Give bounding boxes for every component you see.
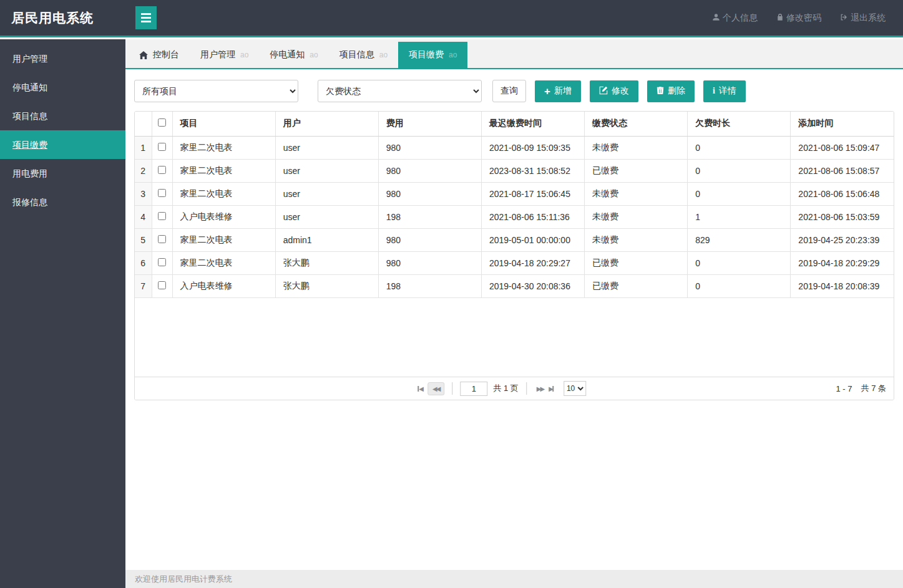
- table-row: 2家里二次电表user9802023-08-31 15:08:52已缴费0202…: [135, 159, 894, 182]
- sidebar-item[interactable]: 项目缴费: [0, 130, 125, 159]
- row-checkbox[interactable]: [158, 189, 166, 197]
- tab-label: 项目信息: [339, 49, 374, 60]
- tab-close-icon[interactable]: ao: [240, 51, 248, 59]
- tab-close-icon[interactable]: ao: [379, 51, 388, 59]
- row-number: 7: [135, 274, 152, 297]
- sidebar-item[interactable]: 报修信息: [0, 188, 125, 216]
- table-cell: admin1: [275, 228, 378, 251]
- table-cell: 未缴费: [585, 228, 688, 251]
- sidebar-item[interactable]: 用电费用: [0, 159, 125, 188]
- header-checkbox-cell: [152, 112, 172, 136]
- trash-icon: [657, 86, 664, 97]
- table-cell: 家里二次电表: [172, 182, 275, 205]
- table-cell: 0: [688, 274, 791, 297]
- delete-button[interactable]: 删除: [647, 80, 695, 102]
- sidebar-item[interactable]: 停电通知: [0, 73, 125, 102]
- home-icon: [139, 51, 148, 59]
- column-header: 用户: [275, 112, 378, 136]
- total-records-label: 共 7 条: [861, 383, 886, 394]
- table-cell: 2019-04-18 20:29:27: [481, 251, 584, 274]
- detail-button[interactable]: i 详情: [703, 80, 746, 102]
- page-size-select[interactable]: 10: [564, 381, 586, 396]
- table-cell: 2021-08-06 15:11:36: [481, 205, 584, 228]
- status-filter-select[interactable]: 欠费状态: [318, 80, 482, 102]
- tab[interactable]: 项目信息ao: [329, 42, 398, 68]
- row-checkbox[interactable]: [158, 258, 166, 266]
- table-cell: 2021-08-17 15:06:45: [481, 182, 584, 205]
- logout-icon: [840, 13, 848, 23]
- row-number: 6: [135, 251, 152, 274]
- add-button[interactable]: + 新增: [535, 80, 581, 102]
- column-header: 缴费状态: [585, 112, 688, 136]
- row-checkbox[interactable]: [158, 143, 166, 151]
- tab-close-icon[interactable]: ao: [310, 51, 318, 59]
- project-filter-select[interactable]: 所有项目: [134, 80, 298, 102]
- app-title: 居民用电系统: [0, 9, 125, 27]
- select-all-checkbox[interactable]: [158, 118, 166, 127]
- table-cell: user: [275, 159, 378, 182]
- table-cell: user: [275, 182, 378, 205]
- table-row: 5家里二次电表admin19802019-05-01 00:00:00未缴费82…: [135, 228, 894, 251]
- row-checkbox[interactable]: [158, 235, 166, 243]
- menu-toggle-button[interactable]: [135, 6, 157, 29]
- row-number: 4: [135, 205, 152, 228]
- row-checkbox[interactable]: [158, 166, 166, 174]
- table-row: 4入户电表维修user1982021-08-06 15:11:36未缴费1202…: [135, 205, 894, 228]
- tab[interactable]: 控制台: [129, 42, 190, 68]
- query-button[interactable]: 查询: [492, 80, 526, 102]
- row-checkbox-cell: [152, 251, 172, 274]
- table-cell: 入户电表维修: [172, 205, 275, 228]
- tab-close-icon[interactable]: ao: [449, 51, 457, 59]
- first-page-button[interactable]: ◀: [415, 383, 425, 394]
- profile-link[interactable]: 个人信息: [712, 12, 758, 24]
- change-password-link[interactable]: 修改密码: [776, 12, 821, 24]
- next-page-button[interactable]: ▶▶: [534, 383, 546, 394]
- prev-page-button[interactable]: ◀◀: [427, 382, 444, 395]
- table-cell: 2019-04-25 20:23:39: [791, 228, 894, 251]
- tab-label: 停电通知: [270, 49, 305, 60]
- logout-link[interactable]: 退出系统: [840, 12, 886, 24]
- last-page-button[interactable]: ▶: [546, 383, 556, 394]
- top-navbar: 居民用电系统 个人信息 修改密码 退出系统: [0, 0, 903, 37]
- table-cell: 已缴费: [585, 251, 688, 274]
- edit-icon: [599, 86, 608, 97]
- sidebar-menu: 用户管理停电通知项目信息项目缴费用电费用报修信息: [0, 39, 125, 216]
- table-cell: 2021-08-06 15:03:59: [791, 205, 894, 228]
- table-cell: 0: [688, 136, 791, 159]
- tab-label: 项目缴费: [409, 49, 444, 60]
- table-cell: 入户电表维修: [172, 274, 275, 297]
- table-cell: 0: [688, 182, 791, 205]
- tab[interactable]: 项目缴费ao: [398, 42, 467, 68]
- row-checkbox[interactable]: [158, 212, 166, 220]
- toolbar: 所有项目 欠费状态 查询 + 新增 修改 删除 i 详情: [134, 80, 894, 102]
- row-checkbox-cell: [152, 182, 172, 205]
- column-header: 欠费时长: [688, 112, 791, 136]
- table-cell: 0: [688, 159, 791, 182]
- row-checkbox-cell: [152, 159, 172, 182]
- table-cell: 张大鹏: [275, 274, 378, 297]
- info-icon: i: [713, 86, 715, 96]
- edit-button[interactable]: 修改: [590, 80, 638, 102]
- table-cell: 已缴费: [585, 159, 688, 182]
- table-header-row: 项目用户费用最迟缴费时间缴费状态欠费时长添加时间: [135, 112, 894, 136]
- table-cell: 2019-04-30 20:08:36: [481, 274, 584, 297]
- tab-bar: 控制台用户管理ao停电通知ao项目信息ao项目缴费ao: [125, 39, 903, 69]
- table-cell: 未缴费: [585, 136, 688, 159]
- tab-label: 控制台: [153, 49, 179, 60]
- tab[interactable]: 用户管理ao: [190, 42, 259, 68]
- grid-empty-space: [135, 298, 894, 377]
- page-number-input[interactable]: [460, 382, 487, 396]
- range-label: 1 - 7: [836, 384, 852, 393]
- table-cell: 2021-08-06 15:06:48: [791, 182, 894, 205]
- table-row: 3家里二次电表user9802021-08-17 15:06:45未缴费0202…: [135, 182, 894, 205]
- table-row: 1家里二次电表user9802021-08-09 15:09:35未缴费0202…: [135, 136, 894, 159]
- plus-icon: +: [544, 86, 550, 97]
- tab[interactable]: 停电通知ao: [259, 42, 328, 68]
- sidebar-item[interactable]: 用户管理: [0, 44, 125, 73]
- table-cell: 家里二次电表: [172, 136, 275, 159]
- table-cell: 198: [378, 274, 481, 297]
- table-cell: 已缴费: [585, 274, 688, 297]
- row-checkbox[interactable]: [158, 281, 166, 289]
- sidebar-item[interactable]: 项目信息: [0, 102, 125, 130]
- user-icon: [712, 13, 720, 23]
